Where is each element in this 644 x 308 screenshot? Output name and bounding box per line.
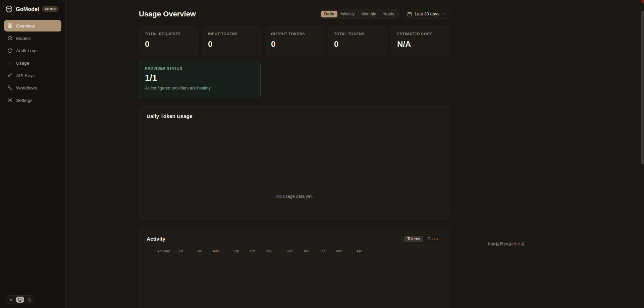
activity-toggle-group: Tokens Costs — [402, 235, 442, 243]
sidebar-item-label: Settings — [16, 98, 33, 103]
activity-toggle-tokens[interactable]: Tokens — [404, 236, 423, 242]
grid-icon — [7, 23, 13, 28]
brand-logo: GoModel ADMIN — [0, 0, 65, 17]
cube-logo-icon — [5, 5, 13, 13]
provider-status-description: All configured providers are healthy — [145, 86, 255, 90]
sidebar-item-label: Workflows — [16, 85, 37, 90]
date-range-dropdown[interactable]: Last 30 days — [403, 9, 450, 19]
stat-card-total-tokens: TOTAL TOKENS 0 — [328, 26, 387, 56]
page-title: Usage Overview — [139, 10, 196, 18]
activity-months-row: Apr May Jun Jul Aug Sep Oct Nov Dec Jan … — [147, 249, 442, 253]
header-controls: Daily Weekly Monthly Yearly Last 30 days — [320, 9, 450, 19]
month-label: Apr — [357, 249, 362, 253]
month-label: Sep — [233, 249, 239, 253]
sidebar-item-workflows[interactable]: Workflows — [4, 82, 61, 94]
chart-empty-message: No usage data yet. — [139, 194, 450, 199]
sidebar-item-models[interactable]: Models — [4, 33, 61, 44]
activity-header: Activity Tokens Costs — [147, 235, 442, 243]
stat-card-output-tokens: OUTPUT TOKENS 0 — [265, 26, 324, 56]
sidebar-item-label: Models — [16, 36, 31, 41]
dark-theme-button[interactable] — [25, 297, 34, 303]
page-scrollbar[interactable] — [641, 0, 644, 308]
date-range-label: Last 30 days — [415, 11, 439, 16]
period-segmented-control: Daily Weekly Monthly Yearly — [320, 9, 399, 19]
stat-label: OUTPUT TOKENS — [271, 32, 318, 36]
provider-status-label: PROVIDER STATUS — [145, 66, 255, 70]
sidebar-nav: Overview Models Audit Logs — [0, 17, 65, 291]
scrollbar-top-marker — [641, 0, 644, 3]
stat-card-estimated-cost: ESTIMATED COST N/A — [391, 26, 450, 56]
month-label: Nov — [266, 249, 272, 253]
stat-value: N/A — [397, 40, 444, 49]
watermark-text: 各种折腾@杨浦老苏 — [487, 242, 525, 247]
stat-label: ESTIMATED COST — [397, 32, 444, 36]
month-label: Aug — [213, 249, 219, 253]
stat-label: TOTAL REQUESTS — [145, 32, 192, 36]
activity-title: Activity — [147, 236, 165, 242]
history-icon — [7, 48, 13, 53]
page-header: Usage Overview Daily Weekly Monthly Year… — [139, 9, 450, 19]
provider-status-card: PROVIDER STATUS 1/1 All configured provi… — [139, 61, 261, 98]
daily-token-usage-card: Daily Token Usage No usage data yet. — [139, 106, 450, 220]
theme-toggle — [5, 295, 36, 304]
monitor-icon — [18, 298, 22, 302]
chevron-down-icon — [442, 12, 446, 16]
bar-chart-icon — [7, 60, 13, 66]
stat-card-total-requests: TOTAL REQUESTS 0 — [139, 26, 198, 56]
workflow-icon — [7, 85, 13, 90]
box-icon — [7, 36, 13, 41]
stat-value: 0 — [208, 40, 255, 49]
system-theme-button[interactable] — [16, 297, 24, 303]
sidebar-item-label: API Keys — [16, 73, 35, 78]
month-label: Feb — [320, 249, 325, 253]
sidebar-item-api-keys[interactable]: API Keys — [4, 70, 61, 81]
period-tab-yearly[interactable]: Yearly — [379, 11, 397, 17]
month-label: Dec — [287, 249, 293, 253]
month-label: Oct — [250, 249, 255, 253]
activity-card: Activity Tokens Costs Apr May Jun Jul Au… — [139, 228, 450, 308]
month-label: Apr — [157, 249, 163, 253]
stat-value: 0 — [334, 40, 381, 49]
provider-status-value: 1/1 — [145, 73, 255, 83]
sidebar-item-settings[interactable]: Settings — [4, 95, 61, 106]
admin-badge: ADMIN — [42, 6, 58, 12]
stat-label: INPUT TOKENS — [208, 32, 255, 36]
light-theme-button[interactable] — [7, 297, 15, 303]
month-label: Jan — [303, 249, 309, 253]
stat-label: TOTAL TOKENS — [334, 32, 381, 36]
stat-card-input-tokens: INPUT TOKENS 0 — [202, 26, 261, 56]
calendar-icon — [407, 12, 412, 16]
period-tab-weekly[interactable]: Weekly — [337, 11, 358, 17]
sidebar-item-audit-logs[interactable]: Audit Logs — [4, 45, 61, 56]
stat-value: 0 — [271, 40, 318, 49]
sidebar: GoModel ADMIN Overview Models — [0, 0, 66, 308]
month-label: Jul — [197, 249, 202, 253]
sidebar-item-label: Overview — [16, 23, 35, 28]
chart-title: Daily Token Usage — [147, 113, 442, 119]
sidebar-footer — [0, 291, 65, 308]
month-label: Jun — [178, 249, 183, 253]
sidebar-item-label: Audit Logs — [16, 48, 38, 53]
key-icon — [7, 73, 13, 78]
period-tab-monthly[interactable]: Monthly — [358, 11, 379, 17]
sidebar-item-usage[interactable]: Usage — [4, 57, 61, 69]
gear-icon — [7, 98, 13, 103]
period-tab-daily[interactable]: Daily — [321, 11, 338, 17]
main-area: Usage Overview Daily Weekly Monthly Year… — [66, 0, 644, 308]
month-label: May — [163, 249, 170, 253]
scrollbar-thumb[interactable] — [641, 11, 644, 164]
sidebar-item-overview[interactable]: Overview — [4, 20, 61, 32]
sun-icon — [9, 298, 13, 302]
activity-toggle-costs[interactable]: Costs — [424, 236, 441, 242]
sidebar-item-label: Usage — [16, 61, 29, 66]
brand-name: GoModel — [16, 6, 39, 12]
moon-icon — [28, 298, 32, 302]
stat-value: 0 — [145, 40, 192, 49]
month-label: Mar — [336, 249, 342, 253]
stats-row: TOTAL REQUESTS 0 INPUT TOKENS 0 OUTPUT T… — [139, 26, 450, 56]
